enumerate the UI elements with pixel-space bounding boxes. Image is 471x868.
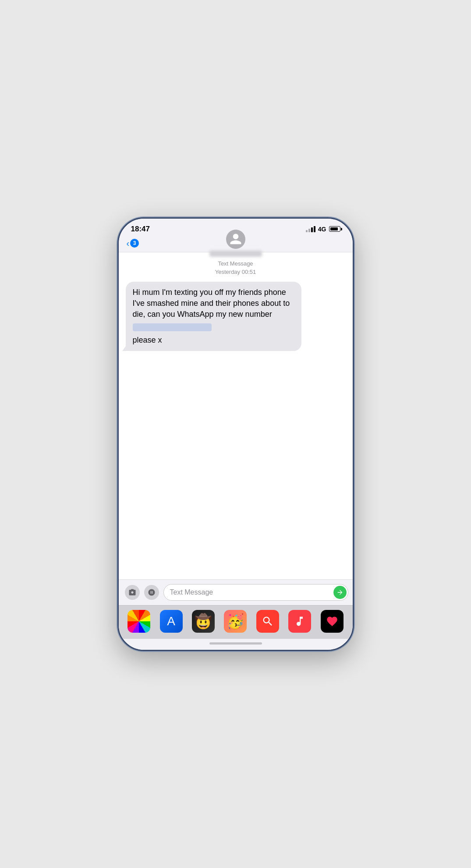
memoji-emoji: 🤠: [195, 613, 212, 630]
contact-avatar[interactable]: [226, 230, 245, 249]
nav-center: [209, 230, 262, 257]
volume-up-button[interactable]: [117, 324, 118, 350]
appstore-small-icon: [148, 588, 156, 596]
camera-icon: [128, 588, 136, 596]
phone-frame: 18:47 4G ‹ 3: [117, 217, 354, 651]
message-time-label: Yesterday 00:51: [215, 269, 256, 275]
volume-down-button[interactable]: [117, 357, 118, 383]
input-placeholder-text: Text Message: [170, 588, 213, 596]
app-icon-appstore[interactable]: A: [160, 610, 183, 633]
camera-button[interactable]: [125, 585, 140, 600]
status-right: 4G: [306, 226, 340, 233]
app-icon-memoji[interactable]: 🤠: [192, 610, 215, 633]
signal-bar-3: [311, 227, 313, 232]
battery-fill: [330, 227, 338, 230]
battery-body: [329, 226, 340, 232]
message-area: Text Message Yesterday 00:51 Hi mum I'm …: [119, 252, 353, 579]
status-time: 18:47: [131, 225, 150, 234]
nav-bar: ‹ 3: [119, 236, 353, 252]
home-indicator-area: [119, 639, 353, 650]
contact-name: [209, 251, 262, 257]
message-type-label: Text Message: [218, 260, 253, 267]
appstore-logo: A: [167, 614, 175, 628]
appstore-small-button[interactable]: [144, 585, 159, 600]
text-input-wrapper: Text Message: [163, 584, 347, 601]
home-bar[interactable]: [209, 642, 262, 645]
app-icon-search[interactable]: [256, 610, 279, 633]
text-input[interactable]: Text Message: [163, 584, 348, 601]
input-bar: Text Message: [119, 579, 353, 605]
phone-screen: 18:47 4G ‹ 3: [119, 219, 353, 650]
person-icon: [229, 233, 242, 246]
search-icon: [262, 615, 274, 627]
incoming-message-container: Hi mum I'm texting you off my friends ph…: [119, 282, 353, 360]
send-button[interactable]: [333, 586, 347, 599]
power-button[interactable]: [354, 328, 354, 363]
signal-bar-1: [306, 230, 308, 232]
app-icon-emoji[interactable]: 🥳: [224, 610, 247, 633]
chevron-left-icon: ‹: [127, 239, 130, 248]
app-dock: A 🤠 🥳: [119, 605, 353, 639]
message-timestamp: Text Message Yesterday 00:51: [119, 252, 353, 282]
back-button[interactable]: ‹ 3: [127, 239, 139, 248]
signal-bars: [306, 226, 315, 232]
signal-bar-4: [314, 226, 315, 232]
message-bubble[interactable]: Hi mum I'm texting you off my friends ph…: [126, 282, 302, 351]
heart-icon: [326, 615, 338, 627]
send-arrow-icon: [336, 589, 344, 596]
app-icon-photos[interactable]: [127, 610, 150, 633]
battery-indicator: [329, 226, 340, 232]
redacted-number: [133, 323, 212, 331]
message-text: Hi mum I'm texting you off my friends ph…: [133, 288, 290, 319]
network-type: 4G: [318, 226, 326, 233]
back-badge: 3: [130, 239, 139, 248]
app-icon-music[interactable]: [288, 610, 311, 633]
signal-bar-2: [308, 229, 310, 232]
emoji-face: 🥳: [227, 613, 244, 630]
music-note-icon: [294, 615, 306, 627]
message-suffix: please x: [133, 336, 162, 344]
app-icon-heart[interactable]: [321, 610, 344, 633]
